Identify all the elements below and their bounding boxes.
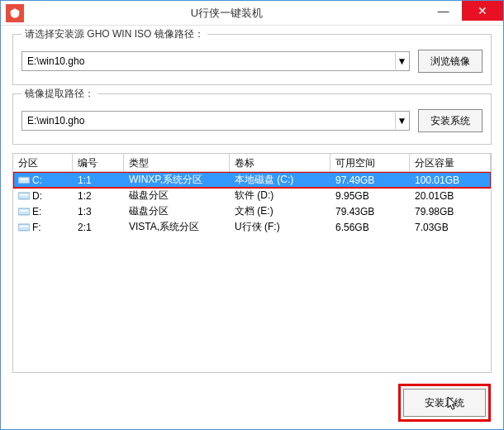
extract-path-combo[interactable]: ▼ bbox=[21, 111, 410, 131]
table-row[interactable]: C:1:1WINXP,系统分区本地磁盘 (C:)97.49GB100.01GB bbox=[13, 172, 491, 188]
table-row[interactable]: D:1:2磁盘分区软件 (D:)9.95GB20.01GB bbox=[13, 188, 491, 203]
cell-volume: 本地磁盘 (C:) bbox=[230, 172, 330, 189]
cell-volume: U行侠 (F:) bbox=[230, 218, 330, 236]
table-row[interactable]: E:1:3磁盘分区文档 (E:)79.43GB79.98GB bbox=[13, 203, 491, 219]
install-system-button-top[interactable]: 安装系统 bbox=[418, 109, 483, 132]
cell-partition: D: bbox=[13, 189, 73, 203]
svg-rect-6 bbox=[18, 224, 30, 231]
col-partition[interactable]: 分区 bbox=[13, 154, 73, 171]
cell-type: 磁盘分区 bbox=[124, 203, 230, 220]
cell-partition: C: bbox=[13, 173, 73, 188]
col-type[interactable]: 类型 bbox=[124, 154, 230, 171]
source-group-label: 请选择安装源 GHO WIN ISO 镜像路径： bbox=[21, 27, 207, 41]
cell-capacity: 100.01GB bbox=[410, 173, 491, 188]
minimize-button[interactable]: — bbox=[425, 1, 462, 21]
cell-partition: F: bbox=[13, 220, 73, 235]
window-title: U行侠一键装机 bbox=[29, 6, 425, 21]
col-volume[interactable]: 卷标 bbox=[230, 154, 330, 171]
titlebar: U行侠一键装机 — ✕ bbox=[1, 1, 503, 26]
cell-number: 1:3 bbox=[73, 204, 124, 219]
source-path-input[interactable] bbox=[21, 51, 410, 71]
cell-capacity: 20.01GB bbox=[410, 189, 491, 203]
partition-table: 分区 编号 类型 卷标 可用空间 分区容量 C:1:1WINXP,系统分区本地磁… bbox=[12, 153, 492, 373]
app-window: U行侠一键装机 — ✕ 请选择安装源 GHO WIN ISO 镜像路径： ▼ 浏… bbox=[0, 0, 504, 430]
svg-rect-5 bbox=[20, 210, 29, 212]
table-header: 分区 编号 类型 卷标 可用空间 分区容量 bbox=[13, 154, 491, 172]
cell-partition: E: bbox=[13, 204, 73, 219]
svg-rect-3 bbox=[20, 194, 29, 196]
cell-capacity: 79.98GB bbox=[410, 204, 491, 219]
cell-free: 79.43GB bbox=[330, 204, 410, 219]
cell-capacity: 7.03GB bbox=[410, 220, 491, 235]
content-area: 请选择安装源 GHO WIN ISO 镜像路径： ▼ 浏览镜像 镜像提取路径： … bbox=[1, 26, 503, 429]
col-free[interactable]: 可用空间 bbox=[330, 154, 410, 171]
cell-number: 2:1 bbox=[73, 220, 124, 235]
install-system-button[interactable]: 安装系统 bbox=[403, 389, 486, 417]
cell-free: 97.49GB bbox=[330, 173, 410, 188]
col-number[interactable]: 编号 bbox=[73, 154, 124, 171]
svg-rect-0 bbox=[18, 177, 30, 184]
cell-number: 1:2 bbox=[73, 189, 124, 203]
extract-group-label: 镜像提取路径： bbox=[21, 87, 97, 101]
cell-free: 6.56GB bbox=[330, 220, 410, 235]
app-icon bbox=[6, 4, 24, 22]
browse-image-button[interactable]: 浏览镜像 bbox=[418, 50, 483, 73]
extract-group: 镜像提取路径： ▼ 安装系统 bbox=[12, 93, 492, 145]
col-capacity[interactable]: 分区容量 bbox=[410, 154, 491, 171]
cell-volume: 软件 (D:) bbox=[230, 187, 330, 204]
cell-free: 9.95GB bbox=[330, 189, 410, 203]
source-group: 请选择安装源 GHO WIN ISO 镜像路径： ▼ 浏览镜像 bbox=[12, 34, 492, 85]
cell-type: 磁盘分区 bbox=[124, 187, 230, 204]
cell-type: VISTA,系统分区 bbox=[124, 218, 230, 236]
svg-rect-2 bbox=[18, 193, 30, 199]
cell-number: 1:1 bbox=[73, 173, 124, 188]
source-path-combo[interactable]: ▼ bbox=[21, 51, 410, 71]
cell-type: WINXP,系统分区 bbox=[124, 172, 230, 189]
svg-rect-4 bbox=[18, 208, 30, 215]
extract-path-input[interactable] bbox=[21, 111, 410, 131]
table-row[interactable]: F:2:1VISTA,系统分区U行侠 (F:)6.56GB7.03GB bbox=[13, 219, 491, 235]
svg-rect-7 bbox=[20, 226, 29, 227]
footer: 安装系统 bbox=[12, 381, 492, 419]
svg-rect-1 bbox=[20, 179, 29, 180]
table-body: C:1:1WINXP,系统分区本地磁盘 (C:)97.49GB100.01GBD… bbox=[13, 172, 491, 372]
window-controls: — ✕ bbox=[425, 1, 503, 25]
close-button[interactable]: ✕ bbox=[462, 1, 503, 21]
cell-volume: 文档 (E:) bbox=[230, 203, 330, 220]
